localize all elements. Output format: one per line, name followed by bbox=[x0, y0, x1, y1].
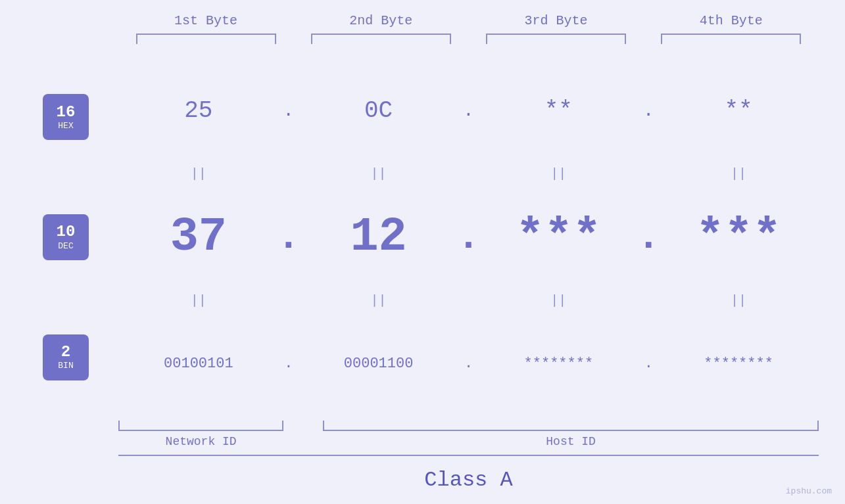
bin-b3-value: ******** bbox=[524, 355, 594, 372]
bin-dot2: . bbox=[459, 355, 479, 372]
dec-b4-value: *** bbox=[696, 210, 781, 264]
host-id-label: Host ID bbox=[323, 435, 819, 448]
main-container: 1st Byte 2nd Byte 3rd Byte 4th Byte 16 H… bbox=[0, 0, 845, 504]
class-row: Class A bbox=[26, 455, 819, 497]
bottom-labels: Network ID Host ID bbox=[118, 435, 819, 448]
dec-b4-cell: *** bbox=[658, 210, 819, 264]
bin-b1-value: 00100101 bbox=[164, 355, 233, 372]
hex-badge: 16 HEX bbox=[43, 94, 89, 140]
bin-dot3: . bbox=[639, 355, 658, 372]
network-id-label: Network ID bbox=[118, 435, 283, 448]
class-label: Class A bbox=[118, 463, 819, 497]
bracket-cell-1 bbox=[118, 34, 293, 44]
byte-headers-row: 1st Byte 2nd Byte 3rd Byte 4th Byte bbox=[26, 13, 819, 34]
content-area: 16 HEX 10 DEC 2 BIN 25 . 0C bbox=[26, 57, 819, 417]
badges-column: 16 HEX 10 DEC 2 BIN bbox=[26, 57, 118, 417]
hex-b2-value: 0C bbox=[364, 97, 393, 124]
dec-b1-value: 37 bbox=[170, 210, 227, 264]
dec-b2-cell: 12 bbox=[299, 210, 459, 264]
hex-dot2: . bbox=[459, 101, 479, 121]
bin-badge: 2 BIN bbox=[43, 334, 89, 380]
hex-b4-cell: ** bbox=[658, 97, 819, 124]
eq2-c4: || bbox=[658, 293, 819, 308]
hex-b1-value: 25 bbox=[184, 97, 212, 124]
hex-b1-cell: 25 bbox=[118, 97, 279, 124]
dec-badge-label: DEC bbox=[58, 241, 73, 251]
bottom-labels-gap bbox=[283, 435, 323, 448]
dec-b3-value: *** bbox=[516, 210, 602, 264]
bin-b4-value: ******** bbox=[704, 355, 773, 372]
hex-b2-cell: 0C bbox=[299, 97, 459, 124]
bottom-bracket-gap bbox=[283, 421, 323, 431]
dec-dot2: . bbox=[459, 215, 479, 260]
bottom-area: Network ID Host ID bbox=[26, 421, 819, 448]
hex-b3-value: ** bbox=[544, 97, 573, 124]
bin-dot1: . bbox=[279, 355, 299, 372]
top-bracket-2 bbox=[311, 34, 451, 44]
top-bracket-3 bbox=[486, 34, 626, 44]
dec-dot3: . bbox=[639, 215, 658, 260]
equals-row-2: || || || || bbox=[118, 290, 819, 310]
equals-row-1: || || || || bbox=[118, 164, 819, 184]
dec-row: 37 . 12 . *** . *** bbox=[118, 184, 819, 291]
eq1-c1: || bbox=[118, 166, 279, 181]
dec-b2-value: 12 bbox=[350, 210, 406, 264]
bin-b2-cell: 00001100 bbox=[299, 355, 459, 372]
header-byte4: 4th Byte bbox=[644, 13, 819, 34]
bracket-cell-4 bbox=[644, 34, 819, 44]
class-bracket-line bbox=[118, 455, 819, 456]
bottom-bracket-host bbox=[323, 421, 819, 431]
bottom-bracket-network bbox=[118, 421, 283, 431]
rows-column: 25 . 0C . ** . ** || || bbox=[118, 57, 819, 417]
bin-b2-value: 00001100 bbox=[344, 355, 414, 372]
bracket-cell-3 bbox=[469, 34, 644, 44]
eq1-c2: || bbox=[299, 166, 459, 181]
eq2-c1: || bbox=[118, 293, 279, 308]
dec-badge: 10 DEC bbox=[43, 214, 89, 260]
bin-b3-cell: ******** bbox=[479, 355, 639, 372]
dec-b3-cell: *** bbox=[479, 210, 639, 264]
bottom-brackets bbox=[118, 421, 819, 431]
hex-dot3: . bbox=[639, 101, 658, 121]
bin-badge-label: BIN bbox=[58, 361, 73, 371]
dec-badge-number: 10 bbox=[57, 223, 76, 241]
eq2-c2: || bbox=[299, 293, 459, 308]
hex-badge-label: HEX bbox=[58, 121, 73, 131]
hex-b3-cell: ** bbox=[479, 97, 639, 124]
top-brackets bbox=[26, 34, 819, 44]
bin-badge-number: 2 bbox=[61, 344, 70, 361]
header-byte2: 2nd Byte bbox=[293, 13, 468, 34]
hex-row: 25 . 0C . ** . ** bbox=[118, 57, 819, 164]
hex-b4-value: ** bbox=[725, 97, 753, 124]
header-byte3: 3rd Byte bbox=[469, 13, 644, 34]
hex-badge-number: 16 bbox=[57, 104, 76, 121]
header-byte1: 1st Byte bbox=[118, 13, 293, 34]
bracket-cell-2 bbox=[293, 34, 468, 44]
dec-dot1: . bbox=[279, 215, 299, 260]
dec-b1-cell: 37 bbox=[118, 210, 279, 264]
bin-row: 00100101 . 00001100 . ******** . *******… bbox=[118, 310, 819, 417]
bin-b1-cell: 00100101 bbox=[118, 355, 279, 372]
eq1-c3: || bbox=[479, 166, 639, 181]
watermark: ipshu.com bbox=[786, 486, 832, 496]
eq1-c4: || bbox=[658, 166, 819, 181]
top-bracket-4 bbox=[661, 34, 801, 44]
bin-b4-cell: ******** bbox=[658, 355, 819, 372]
hex-dot1: . bbox=[279, 101, 299, 121]
top-bracket-1 bbox=[136, 34, 276, 44]
eq2-c3: || bbox=[479, 293, 639, 308]
